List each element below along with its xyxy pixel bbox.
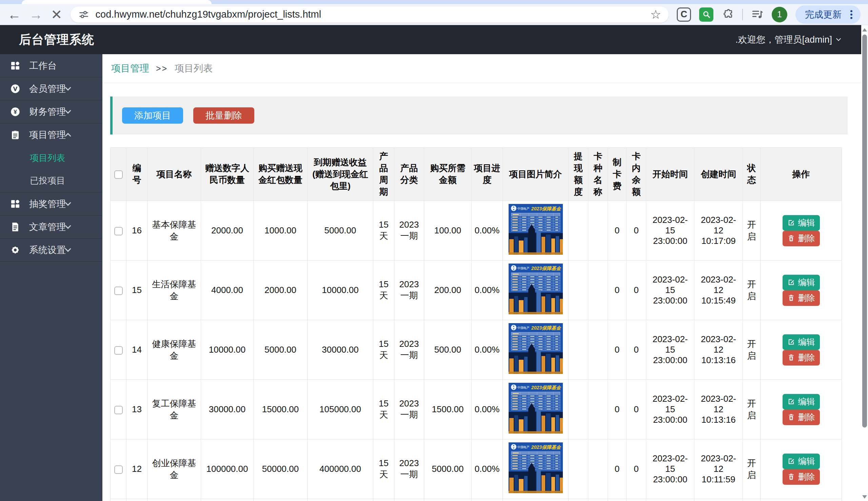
sidebar-item-invested-projects[interactable]: 已投项目 <box>0 169 102 192</box>
row-checkbox[interactable] <box>114 227 123 235</box>
cell-create-time <box>694 499 743 501</box>
chevron-down-icon <box>65 223 71 229</box>
cell-card-fee: 0 <box>608 201 627 260</box>
sidebar-item-project-list[interactable]: 项目列表 <box>0 146 102 169</box>
edit-button[interactable]: 编辑 <box>783 394 820 409</box>
sidebar-item-finance[interactable]: ¥财务管理 <box>0 100 102 123</box>
delete-button[interactable]: 删除 <box>783 231 820 246</box>
column-header-progress: 项目进度 <box>472 148 503 201</box>
select-all-checkbox[interactable] <box>114 170 123 179</box>
cell-category: 2023一期 <box>394 320 424 380</box>
cell-poster: 中国电产2023保障基金 <box>503 499 568 501</box>
sidebar-item-lottery[interactable]: 抽奖管理 <box>0 192 102 215</box>
page-title: 后台管理系统 <box>19 32 94 48</box>
page-scrollbar[interactable] <box>861 25 868 501</box>
welcome-menu[interactable]: .欢迎您，管理员[admin] <box>735 33 840 46</box>
cell-digital-rmb: 4000.00 <box>201 260 254 320</box>
add-project-button[interactable]: 添加项目 <box>122 107 183 124</box>
edit-button[interactable]: 编辑 <box>783 215 820 231</box>
site-info-icon[interactable] <box>78 9 90 20</box>
active-tab[interactable] <box>22 0 211 4</box>
sidebar-item-members[interactable]: 会员管理 <box>0 77 102 100</box>
column-header-cycle: 产品周期 <box>373 148 394 201</box>
settings-icon <box>10 244 21 256</box>
back-icon[interactable]: ← <box>8 8 21 21</box>
svg-text:中国电产: 中国电产 <box>517 446 530 449</box>
cell-poster: 中国电产2023保障基金 <box>503 320 568 380</box>
sidebar-item-projects[interactable]: 项目管理 <box>0 123 102 146</box>
edit-button[interactable]: 编辑 <box>783 454 820 469</box>
project-poster-image[interactable]: 中国电产2023保障基金 <box>509 323 563 374</box>
reading-list-icon[interactable] <box>751 8 764 21</box>
scroll-up-arrow-icon[interactable] <box>862 28 867 32</box>
cell-category: 2023一期 <box>394 439 424 499</box>
update-button[interactable]: 完成更新 <box>795 6 860 24</box>
row-checkbox[interactable] <box>114 466 123 474</box>
extensions-puzzle-icon[interactable] <box>722 8 734 21</box>
sidebar-item-label: 财务管理 <box>29 106 66 118</box>
project-poster-image[interactable]: 中国电产2023保障基金 <box>509 264 563 315</box>
delete-button[interactable]: 删除 <box>783 409 820 425</box>
cell-select <box>111 499 126 501</box>
sidebar-item-label: 工作台 <box>29 60 56 72</box>
row-checkbox[interactable] <box>114 346 123 355</box>
edit-button[interactable]: 编辑 <box>783 334 820 350</box>
row-checkbox[interactable] <box>114 287 123 295</box>
row-checkbox[interactable] <box>114 406 123 414</box>
cell-card-balance: 0 <box>627 201 646 260</box>
cell-status: 开启 <box>743 201 761 260</box>
article-icon <box>10 221 21 233</box>
cell-withdraw-quota <box>568 201 588 260</box>
extension-c-icon[interactable]: C <box>677 8 691 22</box>
table-row: 15生活保障基金4000.002000.0010000.0015天2023一期2… <box>111 260 842 320</box>
edit-button[interactable]: 编辑 <box>783 275 820 290</box>
cell-progress: 0.00% <box>472 320 503 380</box>
menu-kebab-icon[interactable] <box>850 13 853 15</box>
delete-button[interactable]: 删除 <box>783 350 820 365</box>
cell-name: 健康保障基金 <box>147 320 201 380</box>
sidebar-item-workbench[interactable]: 工作台 <box>0 54 102 77</box>
cell-name: 生活保障基金 <box>147 260 201 320</box>
scroll-down-arrow-icon[interactable] <box>862 495 867 499</box>
svg-text:2023保障基金: 2023保障基金 <box>531 206 561 211</box>
cell-status: 开启 <box>743 260 761 320</box>
sidebar-item-label: 系统设置 <box>29 244 66 256</box>
cell-id <box>126 499 147 501</box>
column-header-card-fee: 制卡费 <box>608 148 627 201</box>
sidebar-item-settings[interactable]: 系统设置 <box>0 238 102 262</box>
project-poster-image[interactable]: 中国电产2023保障基金 <box>509 443 563 493</box>
cell-cash-redpacket <box>254 499 307 501</box>
cell-amount: 5000.00 <box>424 439 472 499</box>
batch-delete-button[interactable]: 批量删除 <box>193 107 254 124</box>
sidebar-item-label: 已投项目 <box>30 175 65 186</box>
dashboard-icon <box>10 60 21 72</box>
forward-icon[interactable]: → <box>29 8 43 21</box>
column-header-category: 产品分类 <box>394 148 424 201</box>
delete-button[interactable]: 删除 <box>783 469 820 485</box>
cell-card-name <box>588 201 608 260</box>
cell-select <box>111 320 126 380</box>
app-header: 后台管理系统 .欢迎您，管理员[admin] <box>0 25 861 54</box>
sidebar-item-articles[interactable]: 文章管理 <box>0 215 102 238</box>
url-text[interactable]: cod.hwymw.net/chuhzg19tvgabxm/project_li… <box>96 9 644 20</box>
delete-button[interactable]: 删除 <box>783 290 820 306</box>
cell-select <box>111 380 126 439</box>
column-header-actions: 操作 <box>761 148 842 201</box>
scrollbar-thumb[interactable] <box>862 34 867 427</box>
project-poster-image[interactable]: 中国电产2023保障基金 <box>509 383 563 434</box>
cell-cycle: 15天 <box>373 320 394 380</box>
cell-card-fee: 0 <box>608 439 627 499</box>
breadcrumb-section[interactable]: 项目管理 <box>111 62 149 75</box>
svg-text:中国电产: 中国电产 <box>517 326 530 330</box>
cell-progress <box>472 499 503 501</box>
project-poster-image[interactable]: 中国电产2023保障基金 <box>509 204 563 255</box>
stop-icon[interactable]: ✕ <box>51 8 62 21</box>
extension-search-icon[interactable] <box>699 8 713 22</box>
cell-progress: 0.00% <box>472 380 503 439</box>
profile-avatar[interactable]: 1 <box>772 7 787 22</box>
address-bar[interactable]: cod.hwymw.net/chuhzg19tvgabxm/project_li… <box>71 7 669 23</box>
cell-create-time: 2023-02-12 10:13:16 <box>694 320 743 380</box>
bookmark-star-icon[interactable]: ☆ <box>650 8 661 22</box>
column-header-digital-rmb: 赠送数字人民币数量 <box>201 148 254 201</box>
browser-chrome: ← → ✕ cod.hwymw.net/chuhzg19tvgabxm/proj… <box>0 0 868 25</box>
